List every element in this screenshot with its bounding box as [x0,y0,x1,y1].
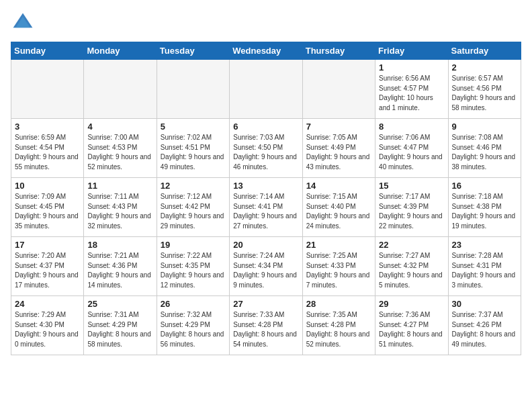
day-number: 21 [306,240,371,250]
day-info: Sunrise: 7:18 AM Sunset: 4:38 PM Dayligh… [452,192,517,231]
day-info: Sunrise: 7:27 AM Sunset: 4:32 PM Dayligh… [379,251,444,290]
day-info: Sunrise: 7:25 AM Sunset: 4:33 PM Dayligh… [306,251,371,290]
day-info: Sunrise: 7:14 AM Sunset: 4:41 PM Dayligh… [233,192,298,231]
calendar-cell: 11Sunrise: 7:11 AM Sunset: 4:43 PM Dayli… [84,178,157,237]
day-number: 17 [15,240,80,250]
day-number: 23 [452,240,517,250]
day-number: 28 [306,299,371,309]
day-number: 7 [306,122,371,132]
calendar-header-row: SundayMondayTuesdayWednesdayThursdayFrid… [11,42,521,60]
day-info: Sunrise: 7:33 AM Sunset: 4:28 PM Dayligh… [233,310,298,349]
day-info: Sunrise: 7:02 AM Sunset: 4:51 PM Dayligh… [161,133,226,172]
day-number: 26 [161,299,226,309]
day-info: Sunrise: 7:22 AM Sunset: 4:35 PM Dayligh… [161,251,226,290]
weekday-header: Saturday [448,42,521,60]
weekday-header: Tuesday [157,42,229,60]
day-info: Sunrise: 7:11 AM Sunset: 4:43 PM Dayligh… [87,192,152,231]
calendar-cell: 28Sunrise: 7:35 AM Sunset: 4:28 PM Dayli… [302,296,375,355]
calendar-cell: 23Sunrise: 7:28 AM Sunset: 4:31 PM Dayli… [448,237,521,296]
day-number: 20 [233,240,298,250]
day-number: 15 [379,181,444,191]
calendar-week-row: 17Sunrise: 7:20 AM Sunset: 4:37 PM Dayli… [11,237,521,296]
day-number: 24 [15,299,80,309]
calendar-cell: 26Sunrise: 7:32 AM Sunset: 4:29 PM Dayli… [157,296,229,355]
day-number: 13 [233,181,298,191]
day-number: 16 [452,181,517,191]
calendar-cell: 4Sunrise: 7:00 AM Sunset: 4:53 PM Daylig… [84,119,157,178]
weekday-header: Thursday [302,42,375,60]
calendar-cell: 12Sunrise: 7:12 AM Sunset: 4:42 PM Dayli… [157,178,229,237]
day-info: Sunrise: 7:21 AM Sunset: 4:36 PM Dayligh… [87,251,152,290]
calendar-cell: 6Sunrise: 7:03 AM Sunset: 4:50 PM Daylig… [230,119,302,178]
day-number: 2 [452,62,517,73]
day-number: 9 [452,122,517,132]
calendar-cell: 14Sunrise: 7:15 AM Sunset: 4:40 PM Dayli… [302,178,375,237]
day-info: Sunrise: 7:17 AM Sunset: 4:39 PM Dayligh… [379,192,444,231]
day-number: 22 [379,240,444,250]
day-info: Sunrise: 7:06 AM Sunset: 4:47 PM Dayligh… [379,133,444,172]
calendar-cell: 13Sunrise: 7:14 AM Sunset: 4:41 PM Dayli… [230,178,302,237]
day-info: Sunrise: 7:36 AM Sunset: 4:27 PM Dayligh… [379,310,444,349]
calendar-cell: 3Sunrise: 6:59 AM Sunset: 4:54 PM Daylig… [11,119,84,178]
logo [11,11,38,35]
calendar-cell: 25Sunrise: 7:31 AM Sunset: 4:29 PM Dayli… [84,296,157,355]
calendar-cell: 2Sunrise: 6:57 AM Sunset: 4:56 PM Daylig… [448,60,521,119]
day-info: Sunrise: 7:05 AM Sunset: 4:49 PM Dayligh… [306,133,371,172]
day-number: 10 [15,181,80,191]
day-info: Sunrise: 7:08 AM Sunset: 4:46 PM Dayligh… [452,133,517,172]
calendar-cell [302,60,375,119]
calendar-cell: 18Sunrise: 7:21 AM Sunset: 4:36 PM Dayli… [84,237,157,296]
day-info: Sunrise: 6:57 AM Sunset: 4:56 PM Dayligh… [452,74,517,113]
calendar-cell: 21Sunrise: 7:25 AM Sunset: 4:33 PM Dayli… [302,237,375,296]
calendar-cell: 16Sunrise: 7:18 AM Sunset: 4:38 PM Dayli… [448,178,521,237]
day-info: Sunrise: 7:09 AM Sunset: 4:45 PM Dayligh… [15,192,80,231]
calendar-cell: 10Sunrise: 7:09 AM Sunset: 4:45 PM Dayli… [11,178,84,237]
calendar-cell: 15Sunrise: 7:17 AM Sunset: 4:39 PM Dayli… [375,178,448,237]
calendar-cell: 17Sunrise: 7:20 AM Sunset: 4:37 PM Dayli… [11,237,84,296]
page-header [11,11,521,35]
day-number: 12 [161,181,226,191]
calendar-cell: 30Sunrise: 7:37 AM Sunset: 4:26 PM Dayli… [448,296,521,355]
day-number: 1 [379,62,444,73]
day-number: 25 [87,299,152,309]
day-number: 5 [161,122,226,132]
weekday-header: Sunday [11,42,84,60]
calendar-cell: 29Sunrise: 7:36 AM Sunset: 4:27 PM Dayli… [375,296,448,355]
day-number: 3 [15,122,80,132]
calendar: SundayMondayTuesdayWednesdayThursdayFrid… [11,42,521,355]
day-info: Sunrise: 6:56 AM Sunset: 4:57 PM Dayligh… [379,74,444,113]
day-info: Sunrise: 7:15 AM Sunset: 4:40 PM Dayligh… [306,192,371,231]
calendar-cell: 1Sunrise: 6:56 AM Sunset: 4:57 PM Daylig… [375,60,448,119]
day-info: Sunrise: 7:37 AM Sunset: 4:26 PM Dayligh… [452,310,517,349]
calendar-cell: 27Sunrise: 7:33 AM Sunset: 4:28 PM Dayli… [230,296,302,355]
day-info: Sunrise: 7:00 AM Sunset: 4:53 PM Dayligh… [87,133,152,172]
weekday-header: Friday [375,42,448,60]
day-info: Sunrise: 7:32 AM Sunset: 4:29 PM Dayligh… [161,310,226,349]
day-number: 14 [306,181,371,191]
calendar-week-row: 3Sunrise: 6:59 AM Sunset: 4:54 PM Daylig… [11,119,521,178]
day-info: Sunrise: 7:31 AM Sunset: 4:29 PM Dayligh… [87,310,152,349]
calendar-cell: 24Sunrise: 7:29 AM Sunset: 4:30 PM Dayli… [11,296,84,355]
day-number: 19 [161,240,226,250]
calendar-cell: 9Sunrise: 7:08 AM Sunset: 4:46 PM Daylig… [448,119,521,178]
calendar-cell: 7Sunrise: 7:05 AM Sunset: 4:49 PM Daylig… [302,119,375,178]
day-info: Sunrise: 7:20 AM Sunset: 4:37 PM Dayligh… [15,251,80,290]
calendar-cell: 19Sunrise: 7:22 AM Sunset: 4:35 PM Dayli… [157,237,229,296]
day-info: Sunrise: 7:12 AM Sunset: 4:42 PM Dayligh… [161,192,226,231]
calendar-cell: 5Sunrise: 7:02 AM Sunset: 4:51 PM Daylig… [157,119,229,178]
calendar-cell [11,60,84,119]
weekday-header: Wednesday [230,42,302,60]
day-info: Sunrise: 7:29 AM Sunset: 4:30 PM Dayligh… [15,310,80,349]
day-number: 8 [379,122,444,132]
day-info: Sunrise: 7:03 AM Sunset: 4:50 PM Dayligh… [233,133,298,172]
day-info: Sunrise: 7:24 AM Sunset: 4:34 PM Dayligh… [233,251,298,290]
day-number: 29 [379,299,444,309]
calendar-cell: 8Sunrise: 7:06 AM Sunset: 4:47 PM Daylig… [375,119,448,178]
calendar-cell [230,60,302,119]
day-info: Sunrise: 7:28 AM Sunset: 4:31 PM Dayligh… [452,251,517,290]
calendar-week-row: 1Sunrise: 6:56 AM Sunset: 4:57 PM Daylig… [11,60,521,119]
weekday-header: Monday [84,42,157,60]
day-number: 27 [233,299,298,309]
day-number: 18 [87,240,152,250]
calendar-cell: 22Sunrise: 7:27 AM Sunset: 4:32 PM Dayli… [375,237,448,296]
